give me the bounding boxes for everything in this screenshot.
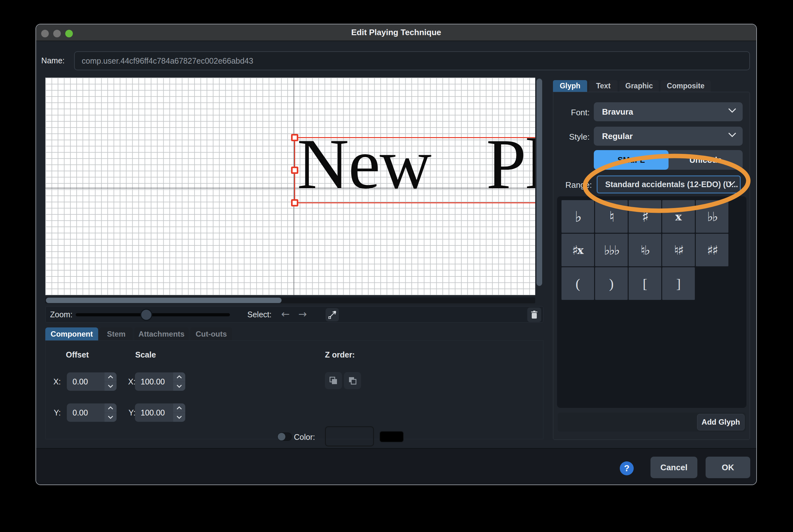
tab-graphic[interactable]: Graphic [620,80,659,92]
scale-x-label: X: [125,377,135,386]
scale-y-increment[interactable] [173,403,185,413]
glyph-panel: GlyphTextGraphicComposite Font: Bravura … [553,80,750,440]
zoom-slider-handle[interactable] [140,309,152,321]
glyph-flat[interactable]: ♭ [562,200,594,233]
offset-section-label: Offset [66,350,89,359]
footer: ? Cancel OK [36,449,756,485]
glyph-preview-text: New Pla [297,122,535,205]
smufl-option[interactable]: SMuFL [594,150,668,170]
offset-x-stepper[interactable]: 0.00 [67,373,116,391]
zoom-slider[interactable] [76,313,230,316]
tab-glyph[interactable]: Glyph [553,80,587,92]
tab-cut-outs[interactable]: Cut-outs [190,327,232,340]
style-dropdown-value: Regular [602,131,633,141]
ok-button[interactable]: OK [705,457,750,478]
canvas-vertical-scrollbar[interactable] [536,78,542,286]
selection-bottom-edge [294,202,535,203]
offset-y-increment[interactable] [105,403,116,413]
offset-x-increment[interactable] [105,373,116,382]
style-label: Style: [553,132,590,142]
tab-component[interactable]: Component [45,327,98,340]
glyph-sharp[interactable]: ♯ [629,200,661,233]
color-value-field[interactable] [325,426,374,446]
glyph-sharp-sharp[interactable]: ♯♯ [696,234,729,266]
glyph-bracket-left[interactable]: [ [629,267,661,300]
offset-y-label: Y: [50,408,61,417]
component-panel: Offset Scale Z order: X: 0.00 X: 100.00 … [45,340,544,439]
color-swatch[interactable] [379,431,404,442]
range-dropdown[interactable]: Standard accidentals (12-EDO) (U... [597,175,741,193]
delete-component-button[interactable] [527,307,541,322]
chevron-down-icon [728,108,736,113]
add-glyph-button[interactable]: Add Glyph [697,414,744,430]
glyph-natural-sharp[interactable]: ♮♯ [662,234,695,266]
component-tab-bar: ComponentStemAttachmentsCut-outs [45,327,232,340]
unicode-option[interactable]: Unicode [668,150,743,170]
glyph-double-flat[interactable]: ♭♭ [696,200,729,233]
color-label: Color: [294,433,315,442]
tab-composite[interactable]: Composite [661,80,711,92]
tab-text[interactable]: Text [589,80,618,92]
scale-x-increment[interactable] [173,373,185,382]
offset-y-decrement[interactable] [105,413,116,422]
glyph-double-sharp[interactable]: x [662,200,695,233]
glyph-panel-tab-bar: GlyphTextGraphicComposite [553,80,711,92]
bring-forward-button[interactable] [325,372,342,389]
node-tool-icon [327,310,337,320]
glyph-editor-canvas[interactable]: New Pla [45,78,535,295]
selection-handle-bottom-left[interactable] [291,199,298,207]
node-edit-tool-button[interactable] [325,308,339,321]
selection-top-edge [294,137,535,138]
scale-section-label: Scale [135,350,156,359]
glyph-natural-flat[interactable]: ♮♭ [629,234,661,266]
smufl-unicode-segmented-control: SMuFL Unicode [594,150,743,170]
color-toggle[interactable] [278,433,292,441]
glyph-sharp-double-sharp[interactable]: ♯x [562,234,594,266]
range-label: Range: [555,180,592,190]
trash-icon [530,310,539,320]
send-backward-icon [347,376,358,386]
z-order-label: Z order: [325,350,355,359]
scale-y-value[interactable]: 100.00 [135,403,173,422]
scale-y-stepper[interactable]: 100.00 [135,403,185,422]
page: { "window": { "title": "Edit Playing Tec… [0,0,793,532]
tab-stem[interactable]: Stem [100,327,133,340]
tab-attachments[interactable]: Attachments [134,327,189,340]
name-input[interactable]: comp.user.44cf96ff4c784a67827ec002e66abd… [74,51,750,70]
glyph-natural[interactable]: ♮ [595,200,628,233]
name-label: Name: [39,56,64,65]
send-backward-button[interactable] [344,372,361,389]
offset-x-value[interactable]: 0.00 [67,373,105,391]
glyph-grid: ♭♮♯x♭♭♯x♭♭♭♮♭♮♯♯♯()[] [562,200,731,300]
glyph-paren-right[interactable]: ) [595,267,628,300]
scale-y-decrement[interactable] [173,413,185,422]
font-dropdown-value: Bravura [602,107,633,116]
scale-x-value[interactable]: 100.00 [135,373,173,391]
glyph-triple-flat[interactable]: ♭♭♭ [595,234,628,266]
select-next-button[interactable]: → [298,306,307,322]
scale-x-decrement[interactable] [173,382,185,391]
offset-x-decrement[interactable] [105,382,116,391]
offset-y-stepper[interactable]: 0.00 [67,403,116,422]
help-button[interactable]: ? [620,461,634,475]
canvas-toolbar: Zoom: Select: ← → [45,306,544,323]
scale-y-label: Y: [125,408,135,417]
font-dropdown[interactable]: Bravura [594,102,743,121]
offset-y-value[interactable]: 0.00 [67,403,105,422]
select-label: Select: [247,306,271,322]
range-dropdown-value: Standard accidentals (12-EDO) (U... [605,180,738,189]
select-previous-button[interactable]: ← [281,306,290,322]
glyph-grid-panel: ♭♮♯x♭♭♯x♭♭♭♮♭♮♯♯♯()[] [557,196,747,408]
glyph-panel-body: Font: Bravura Style: Regular SMuFL Unico… [553,92,750,440]
canvas-horizontal-scrollbar-track[interactable] [45,297,535,303]
style-dropdown[interactable]: Regular [594,127,743,146]
canvas-horizontal-scrollbar-thumb[interactable] [46,298,282,303]
selection-handle-middle-left[interactable] [291,167,298,174]
glyph-paren-left[interactable]: ( [562,267,594,300]
glyph-bracket-right[interactable]: ] [662,267,695,300]
scale-x-stepper[interactable]: 100.00 [135,373,185,391]
selection-handle-top-left[interactable] [291,134,298,141]
titlebar: Edit Playing Technique [36,24,756,41]
zoom-label: Zoom: [50,306,73,322]
cancel-button[interactable]: Cancel [650,457,697,478]
